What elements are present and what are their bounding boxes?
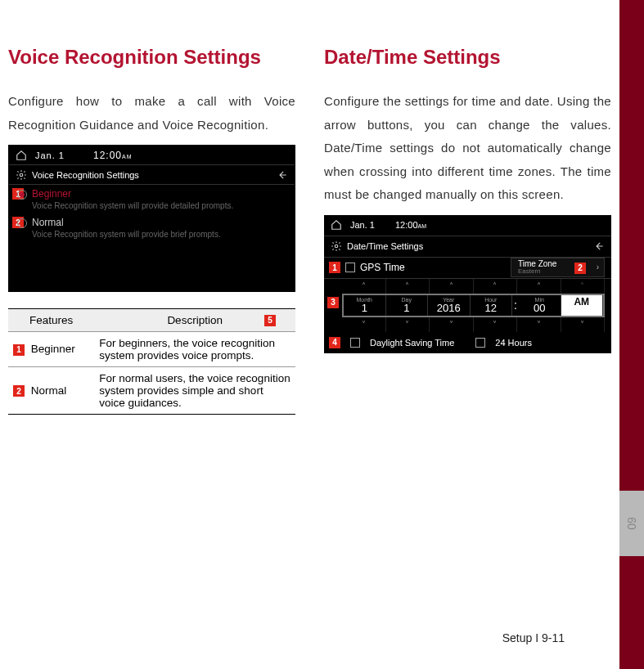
callout-2: 2 [574,263,586,274]
chevron-up-icon: ˄ [517,279,561,294]
desc-normal: For normal users, the voice recognition … [94,367,295,415]
svg-point-1 [335,245,338,248]
beginner-option: 1 Beginner Voice Recognition system will… [9,185,295,213]
chevron-down-icon: ˅ [386,317,430,332]
status-time: 12:00AM [93,150,133,161]
checkbox-icon [350,338,360,348]
home-icon [16,150,27,161]
chapter-sidebar: 09 [619,0,644,669]
feature-normal: Normal [31,384,67,397]
page-footer: Setup I 9-11 [0,631,589,644]
features-table: Features Description 5 1 Beginner For be… [8,308,295,415]
voice-recognition-screenshot: Jan. 1 12:00AM Voice Recognition Setting… [8,145,295,292]
back-icon [277,169,288,181]
radio-icon [17,218,27,228]
beginner-label: Beginner [32,188,286,200]
feature-beginner: Beginner [31,343,75,355]
voice-recognition-heading: Voice Recognition Settings [8,45,295,70]
callout-5: 5 [264,315,276,326]
chevron-down-icon: ˅ [430,317,474,332]
gear-icon [331,240,342,252]
date-time-screenshot: Jan. 1 12:00AM Date/Time Settings 1 GPS … [324,215,611,353]
chevron-up-icon: ˄ [430,279,474,294]
screenshot-title: Date/Time Settings [347,241,423,251]
desc-beginner: For beginners, the voice recognition sys… [94,332,295,367]
callout-4: 4 [329,337,340,348]
checkbox-icon [345,263,355,272]
normal-label: Normal [32,217,286,228]
table-row: 1 Beginner For beginners, the voice reco… [8,332,295,367]
chevron-up-icon: ˄ [342,279,386,294]
screenshot-title: Voice Recognition Settings [32,170,139,180]
date-time-values: Month1 Day1 Year2016 Hour12 : Min00 AM [342,294,605,317]
chevron-down-icon: ˅ [517,317,561,332]
date-time-intro: Configure the settings for time and date… [324,90,611,207]
features-header: Features [8,309,94,332]
chevron-up-icon: ˄ [561,279,606,294]
callout-3: 3 [327,297,339,308]
status-time: 12:00AM [395,220,426,230]
chevron-down-icon: ˅ [474,317,518,332]
back-icon [593,240,605,252]
table-row: 2 Normal For normal users, the voice rec… [8,367,295,415]
dst-label: Daylight Saving Time [370,338,454,348]
chevron-up-icon: ˄ [386,279,430,294]
description-header: Description 5 [94,309,295,332]
normal-option: 2 Normal Voice Recognition system will p… [9,213,295,242]
chevron-right-icon: › [597,263,599,272]
gear-icon [16,169,27,181]
chevron-up-icon: ˄ [474,279,518,294]
home-icon [331,219,342,231]
radio-selected-icon [17,190,27,200]
callout-2-inline: 2 [13,385,25,397]
colon-separator: : [512,295,519,316]
timezone-box: Time Zone Eastern 2 › [511,258,605,277]
gps-time-label: GPS Time [360,262,405,273]
status-date: Jan. 1 [35,150,65,160]
checkbox-icon [475,338,485,348]
24hours-label: 24 Hours [495,338,532,348]
svg-point-0 [20,173,23,177]
status-date: Jan. 1 [350,220,375,230]
voice-recognition-intro: Configure how to make a call with Voice … [8,90,295,137]
chevron-down-icon: ˅ [561,317,606,332]
beginner-sub: Voice Recognition system will provide de… [32,201,286,210]
callout-1-inline: 1 [13,344,25,356]
normal-sub: Voice Recognition system will provide br… [32,230,286,239]
chapter-number: 09 [625,517,638,530]
chevron-down-icon: ˅ [342,317,386,332]
date-time-heading: Date/Time Settings [324,45,611,70]
callout-1: 1 [329,262,340,273]
